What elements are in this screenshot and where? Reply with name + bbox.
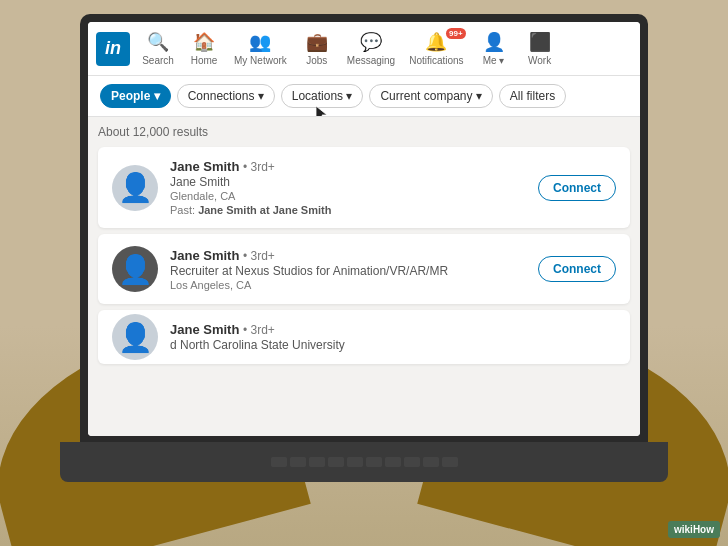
me-icon: 👤 [483,31,505,53]
connect-button-2[interactable]: Connect [538,256,616,282]
nav-home[interactable]: 🏠 Home [182,22,226,76]
person-card-2: 👤 Jane Smith • 3rd+ Recruiter at Nexus S… [98,234,630,304]
locations-filter-button[interactable]: Locations ▾ [281,84,364,108]
nav-me[interactable]: 👤 Me ▾ [472,22,516,76]
person-past-1: Past: Jane Smith at Jane Smith [170,204,526,216]
nav-search[interactable]: 🔍 Search [136,22,180,76]
person-degree-3: • 3rd+ [243,323,275,337]
filter-bar: People ▾ Connections ▾ Locations ▾ Curre… [88,76,640,117]
linkedin-logo[interactable]: in [96,32,130,66]
notifications-icon: 🔔 [425,31,447,53]
avatar-2: 👤 [112,246,158,292]
connections-filter-button[interactable]: Connections ▾ [177,84,275,108]
wikihow-badge: wikiHow [668,521,720,538]
nav-home-label: Home [191,55,218,66]
nav-network[interactable]: 👥 My Network [228,22,293,76]
nav-work[interactable]: ⬛ Work [518,22,562,76]
person-info-3: Jane Smith • 3rd+ d North Carolina State… [170,322,526,352]
avatar-3: 👤 [112,314,158,360]
person-title-3: d North Carolina State University [170,338,526,352]
person-name-2[interactable]: Jane Smith • 3rd+ [170,248,526,263]
notifications-badge: 99+ [446,28,466,39]
person-card-1: 👤 Jane Smith • 3rd+ Jane Smith Glendale,… [98,147,630,228]
all-filters-button[interactable]: All filters [499,84,566,108]
linkedin-navbar: in 🔍 Search 🏠 Home 👥 My Network 💼 Jobs [88,22,640,76]
person-location-2: Los Angeles, CA [170,279,526,291]
jobs-icon: 💼 [306,31,328,53]
nav-messaging-label: Messaging [347,55,395,66]
connect-button-1[interactable]: Connect [538,175,616,201]
person-card-3: 👤 Jane Smith • 3rd+ d North Carolina Sta… [98,310,630,364]
nav-jobs[interactable]: 💼 Jobs [295,22,339,76]
person-degree-2: • 3rd+ [243,249,275,263]
person-info-1: Jane Smith • 3rd+ Jane Smith Glendale, C… [170,159,526,216]
person-location-1: Glendale, CA [170,190,526,202]
nav-jobs-label: Jobs [306,55,327,66]
nav-notifications[interactable]: 🔔 99+ Notifications [403,22,469,76]
work-icon: ⬛ [529,31,551,53]
person-info-2: Jane Smith • 3rd+ Recruiter at Nexus Stu… [170,248,526,291]
person-degree-1: • 3rd+ [243,160,275,174]
nav-work-label: Work [528,55,551,66]
current-company-filter-button[interactable]: Current company ▾ [369,84,492,108]
person-name-1[interactable]: Jane Smith • 3rd+ [170,159,526,174]
search-icon: 🔍 [147,31,169,53]
messaging-icon: 💬 [360,31,382,53]
avatar-1: 👤 [112,165,158,211]
results-count: About 12,000 results [98,125,630,139]
avatar-silhouette-1: 👤 [118,171,153,204]
svg-marker-0 [316,106,327,117]
network-icon: 👥 [249,31,271,53]
person-title-2: Recruiter at Nexus Studios for Animation… [170,264,526,278]
nav-me-label: Me ▾ [483,55,505,66]
person-title-1: Jane Smith [170,175,526,189]
nav-notifications-label: Notifications [409,55,463,66]
mouse-cursor-icon [316,106,328,117]
nav-search-label: Search [142,55,174,66]
person-name-3[interactable]: Jane Smith • 3rd+ [170,322,526,337]
laptop-screen: in 🔍 Search 🏠 Home 👥 My Network 💼 Jobs [88,22,640,436]
avatar-silhouette-2: 👤 [118,253,153,286]
main-content: About 12,000 results 👤 Jane Smith • 3rd+… [88,117,640,436]
home-icon: 🏠 [193,31,215,53]
avatar-silhouette-3: 👤 [118,321,153,354]
laptop-keyboard-base [60,442,668,482]
laptop-frame: in 🔍 Search 🏠 Home 👥 My Network 💼 Jobs [80,14,648,444]
nav-network-label: My Network [234,55,287,66]
nav-messaging[interactable]: 💬 Messaging [341,22,401,76]
people-filter-button[interactable]: People ▾ [100,84,171,108]
